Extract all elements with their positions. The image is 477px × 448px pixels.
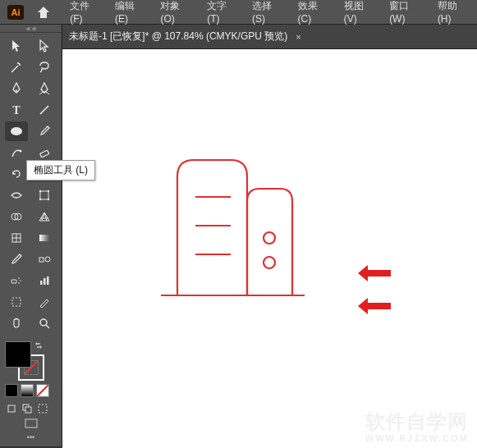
svg-point-21 <box>18 277 20 279</box>
svg-point-19 <box>45 257 50 262</box>
watermark-url: WWW.RJZXW.COM <box>365 433 469 443</box>
svg-point-23 <box>18 282 20 284</box>
edit-toolbar-icon[interactable]: ••• <box>5 433 57 441</box>
hand-tool[interactable] <box>5 313 28 333</box>
svg-point-13 <box>48 199 49 200</box>
svg-rect-25 <box>44 278 46 285</box>
tools-panel: ◀◀ T <box>0 25 62 446</box>
pen-tool[interactable] <box>5 79 28 98</box>
symbol-sprayer-tool[interactable] <box>5 271 28 290</box>
annotation-arrow-icon <box>358 298 391 317</box>
drawing-icon <box>161 139 325 304</box>
watermark-text: 软件自学网 <box>365 410 468 432</box>
svg-point-39 <box>264 232 275 244</box>
color-mode-gradient[interactable] <box>21 384 34 397</box>
svg-text:Ai: Ai <box>11 7 20 17</box>
menu-bar: Ai 文件(F) 编辑(E) 对象(O) 文字(T) 选择(S) 效果(C) 视… <box>0 0 477 25</box>
svg-rect-18 <box>39 258 44 262</box>
svg-point-11 <box>48 190 49 192</box>
mesh-tool[interactable] <box>5 228 28 248</box>
curvature-tool[interactable] <box>33 79 56 98</box>
perspective-grid-tool[interactable] <box>33 207 56 226</box>
svg-point-22 <box>20 280 21 281</box>
draw-inside-icon[interactable] <box>36 402 49 415</box>
svg-rect-33 <box>39 405 47 413</box>
gradient-tool[interactable] <box>33 228 56 248</box>
svg-rect-26 <box>47 277 49 285</box>
ellipse-tool[interactable] <box>5 121 28 141</box>
svg-rect-20 <box>11 280 16 283</box>
svg-point-12 <box>39 199 41 200</box>
eyedropper-tool[interactable] <box>5 249 28 269</box>
blend-tool[interactable] <box>33 249 56 269</box>
color-mode-none[interactable] <box>36 384 49 397</box>
rotate-tool[interactable] <box>5 164 28 184</box>
annotation-arrow-icon <box>358 265 391 284</box>
free-transform-tool[interactable] <box>33 185 56 205</box>
svg-rect-17 <box>39 235 49 241</box>
canvas[interactable]: 软件自学网 WWW.RJZXW.COM <box>62 49 477 448</box>
line-segment-tool[interactable] <box>33 100 56 120</box>
column-graph-tool[interactable] <box>33 271 56 290</box>
fill-swatch[interactable] <box>5 341 31 368</box>
fill-stroke-swatch[interactable] <box>5 341 44 381</box>
svg-line-29 <box>46 325 49 328</box>
svg-point-4 <box>11 127 22 135</box>
svg-rect-30 <box>8 405 15 412</box>
home-icon[interactable] <box>33 3 56 21</box>
slice-tool[interactable] <box>33 292 56 312</box>
menu-view[interactable]: 视图(V) <box>337 0 383 30</box>
close-tab-icon[interactable]: × <box>296 32 300 42</box>
watermark: 软件自学网 WWW.RJZXW.COM <box>365 409 469 443</box>
tools-grid: T <box>0 33 62 338</box>
tool-tooltip: 椭圆工具 (L) <box>26 160 95 181</box>
width-tool[interactable] <box>5 185 28 205</box>
artwork: 软件自学网 WWW.RJZXW.COM <box>62 49 477 448</box>
direct-selection-tool[interactable] <box>33 36 56 56</box>
svg-rect-24 <box>40 281 43 285</box>
document-tab-title: 未标题-1 [已恢复]* @ 107.84% (CMYK/GPU 预览) <box>69 30 287 43</box>
menu-window[interactable]: 窗口(W) <box>383 0 431 30</box>
zoom-tool[interactable] <box>33 313 56 333</box>
screen-mode-icon[interactable] <box>5 418 57 430</box>
lasso-tool[interactable] <box>33 57 56 77</box>
selection-tool[interactable] <box>5 36 28 56</box>
svg-rect-9 <box>40 191 48 199</box>
svg-rect-34 <box>25 419 37 427</box>
svg-point-40 <box>264 257 275 268</box>
tools-panel-grip-icon[interactable]: ◀◀ <box>0 25 62 33</box>
type-tool[interactable]: T <box>5 100 28 120</box>
shape-builder-tool[interactable] <box>5 207 28 226</box>
artboard-tool[interactable] <box>5 292 28 312</box>
app-logo-icon: Ai <box>3 3 28 21</box>
color-mode-solid[interactable] <box>5 384 18 397</box>
svg-point-10 <box>39 190 41 192</box>
svg-point-28 <box>40 319 47 326</box>
magic-wand-tool[interactable] <box>5 57 28 77</box>
svg-rect-6 <box>40 150 49 158</box>
svg-rect-27 <box>12 298 21 306</box>
draw-normal-icon[interactable] <box>5 402 18 415</box>
paintbrush-tool[interactable] <box>33 121 56 141</box>
svg-line-3 <box>40 106 48 114</box>
swap-fill-stroke-icon[interactable] <box>34 341 43 350</box>
shaper-tool[interactable] <box>5 143 28 162</box>
svg-text:T: T <box>12 104 21 117</box>
svg-rect-32 <box>25 407 31 413</box>
draw-behind-icon[interactable] <box>21 402 34 415</box>
color-swatch-area: ••• <box>0 338 62 446</box>
document-tab[interactable]: 未标题-1 [已恢复]* @ 107.84% (CMYK/GPU 预览) × <box>62 25 308 48</box>
svg-point-5 <box>20 150 22 153</box>
menu-help[interactable]: 帮助(H) <box>431 0 477 30</box>
